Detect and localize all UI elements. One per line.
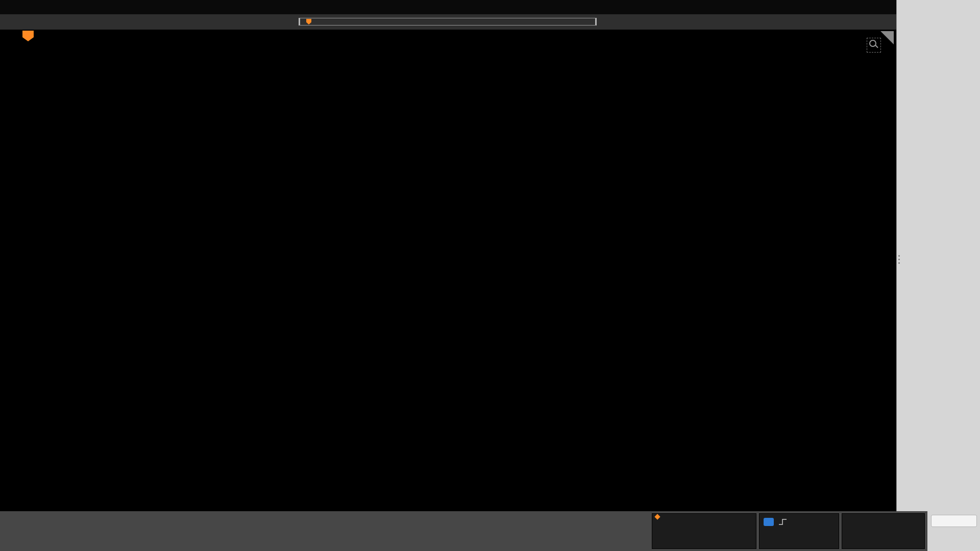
preview-button[interactable]: [931, 515, 977, 527]
record-minimap[interactable]: [299, 18, 597, 26]
menu-bar: [0, 0, 896, 14]
horizontal-position: [655, 515, 709, 519]
zoom-corner-icon[interactable]: [880, 31, 894, 44]
waveform-canvas: [0, 30, 896, 511]
zoom-box-icon[interactable]: [867, 38, 881, 53]
horizontal-panel[interactable]: [652, 513, 756, 549]
oscilloscope-app: [0, 0, 980, 551]
rising-edge-icon: [778, 518, 788, 526]
settings-bar: [0, 511, 980, 551]
trigger-position-icon: [654, 514, 660, 519]
waveform-display[interactable]: [0, 30, 896, 511]
minimap-trigger-marker-icon[interactable]: [306, 19, 311, 24]
right-panel: [896, 0, 980, 511]
waveform-view-titlebar: [0, 14, 896, 30]
acquisition-panel[interactable]: [842, 513, 925, 549]
magnifier-icon: [869, 40, 876, 47]
panel-resize-handle[interactable]: [898, 255, 900, 264]
trigger-panel[interactable]: [759, 513, 839, 549]
preview-area: [927, 511, 980, 551]
trigger-source-badge: [764, 518, 774, 526]
